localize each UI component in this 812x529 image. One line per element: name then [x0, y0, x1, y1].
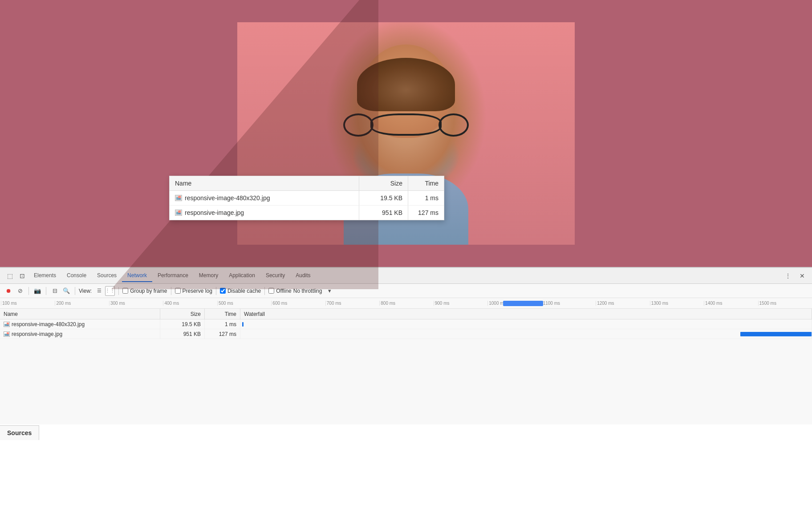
net-td-size-1: 19.5 KB [160, 319, 205, 329]
overlay-td-size-2: 951 KB [359, 206, 408, 220]
stop-btn[interactable]: ⊘ [15, 286, 25, 296]
overlay-table-header: Name Size Time [170, 176, 444, 191]
overlay-row-2[interactable]: responsive-image.jpg 951 KB 127 ms [170, 206, 444, 220]
ruler-tick: 500 ms [217, 301, 271, 306]
tab-network[interactable]: Network [122, 270, 152, 282]
network-table: Name Size Time Waterfall responsive-imag… [0, 309, 812, 529]
network-overlay-table: Name Size Time responsive-image-480x320.… [169, 176, 444, 220]
net-filename-1: responsive-image-480x320.jpg [12, 321, 85, 327]
overlay-filename-2: responsive-image.jpg [185, 209, 244, 216]
net-td-waterfall-2 [240, 329, 812, 339]
group-by-frame-checkbox[interactable]: Group by frame [122, 288, 167, 294]
ruler-tick: 600 ms [271, 301, 325, 306]
timeline-ruler: 100 ms200 ms300 ms400 ms500 ms600 ms700 … [0, 298, 812, 309]
net-empty-area [0, 424, 812, 529]
tab-security[interactable]: Security [260, 270, 290, 282]
sources-label: Sources [0, 425, 39, 440]
net-td-size-2: 951 KB [160, 329, 205, 339]
waterfall-bar-1 [242, 322, 244, 327]
tab-sources[interactable]: Sources [92, 270, 122, 282]
device-toolbar-btn[interactable]: ⊡ [16, 270, 28, 282]
net-td-name-1: responsive-image-480x320.jpg [0, 319, 160, 329]
overlay-td-name-2: responsive-image.jpg [170, 206, 359, 220]
tab-application[interactable]: Application [223, 270, 260, 282]
list-view-btn[interactable]: ☰ [94, 286, 104, 296]
preserve-log-checkbox[interactable]: Preserve log [175, 288, 212, 294]
ruler-tick: 1300 ms [650, 301, 704, 306]
hair [357, 58, 455, 111]
network-toolbar: ⏺ ⊘ 📷 ⊟ 🔍 View: ☰ ⋮⋮ Group by frame Pres… [0, 284, 812, 298]
ruler-tick: 700 ms [325, 301, 379, 306]
net-td-name-2: responsive-image.jpg [0, 329, 160, 339]
tab-performance[interactable]: Performance [152, 270, 194, 282]
close-devtools-btn[interactable]: ✕ [796, 270, 808, 282]
th-time[interactable]: Time [205, 309, 240, 319]
overlay-filename-1: responsive-image-480x320.jpg [185, 194, 270, 202]
ruler-tick: 100 ms [1, 301, 55, 306]
page-area: Name Size Time responsive-image-480x320.… [0, 0, 812, 267]
ruler-tick: 400 ms [163, 301, 217, 306]
overlay-td-time-2: 127 ms [408, 206, 444, 220]
timeline-blue-bar [503, 301, 543, 306]
ruler-tick: 200 ms [55, 301, 109, 306]
ruler-tick: 300 ms [109, 301, 163, 306]
ruler-labels: 100 ms200 ms300 ms400 ms500 ms600 ms700 … [0, 301, 812, 306]
camera-btn[interactable]: 📷 [32, 286, 42, 296]
tab-memory[interactable]: Memory [194, 270, 223, 282]
glasses [370, 113, 442, 136]
search-btn[interactable]: 🔍 [61, 286, 71, 296]
th-name[interactable]: Name [0, 309, 160, 319]
overlay-td-name-1: responsive-image-480x320.jpg [170, 191, 359, 205]
tab-console[interactable]: Console [61, 270, 92, 282]
offline-checkbox[interactable]: Offline [268, 288, 291, 294]
overlay-th-time: Time [408, 176, 444, 190]
devtools-tab-bar: ⬚ ⊡ Elements Console Sources Network Per… [0, 268, 812, 284]
net-td-time-2: 127 ms [205, 329, 240, 339]
ruler-tick: 800 ms [379, 301, 433, 306]
tab-audits[interactable]: Audits [290, 270, 316, 282]
net-td-waterfall-1 [240, 319, 812, 329]
ruler-tick: 1400 ms [704, 301, 758, 306]
net-row-1[interactable]: responsive-image-480x320.jpg 19.5 KB 1 m… [0, 319, 812, 329]
disable-cache-checkbox[interactable]: Disable cache [220, 288, 261, 294]
filter-btn[interactable]: ⊟ [50, 286, 60, 296]
net-image-icon-2 [4, 331, 10, 337]
th-waterfall[interactable]: Waterfall [240, 309, 812, 319]
overlay-td-time-1: 1 ms [408, 191, 444, 205]
image-icon-2 [175, 210, 182, 216]
ruler-tick: 1500 ms [758, 301, 812, 306]
network-rows: responsive-image-480x320.jpg 19.5 KB 1 m… [0, 319, 812, 424]
tab-elements[interactable]: Elements [28, 270, 61, 282]
ruler-tick: 900 ms [434, 301, 487, 306]
image-icon-1 [175, 195, 182, 201]
overlay-td-size-1: 19.5 KB [359, 191, 408, 205]
net-filename-2: responsive-image.jpg [12, 331, 62, 337]
view-label: View: [79, 288, 92, 294]
devtools-panel: ⬚ ⊡ Elements Console Sources Network Per… [0, 267, 812, 529]
overlay-row-1[interactable]: responsive-image-480x320.jpg 19.5 KB 1 m… [170, 191, 444, 206]
throttling-dropdown-btn[interactable]: ▾ [325, 286, 334, 296]
overlay-th-size: Size [359, 176, 408, 190]
th-size[interactable]: Size [160, 309, 205, 319]
waterfall-bar-2 [740, 332, 812, 336]
record-btn[interactable]: ⏺ [4, 286, 13, 296]
network-table-header: Name Size Time Waterfall [0, 309, 812, 319]
ruler-tick: 1100 ms [542, 301, 596, 306]
inspect-element-btn[interactable]: ⬚ [4, 270, 16, 282]
net-td-time-1: 1 ms [205, 319, 240, 329]
overlay-th-name: Name [170, 176, 359, 190]
head [361, 44, 451, 138]
net-image-icon-1 [4, 322, 10, 327]
ruler-tick: 1200 ms [596, 301, 650, 306]
no-throttling-label: No throttling [293, 288, 322, 294]
more-tools-btn[interactable]: ⋮ [782, 270, 794, 282]
net-row-2[interactable]: responsive-image.jpg 951 KB 127 ms [0, 329, 812, 339]
grid-view-btn[interactable]: ⋮⋮ [105, 286, 115, 296]
